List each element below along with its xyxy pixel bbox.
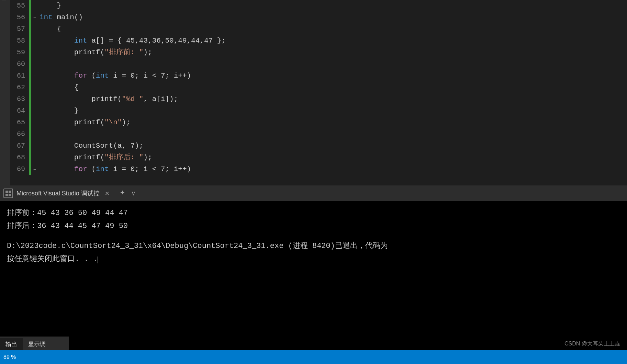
code-line: 65 printf("\n");	[10, 117, 627, 128]
debug-console: Microsoft Visual Studio 调试控 ✕ + ∨ 排序前：45…	[0, 185, 627, 364]
code-line: 59 printf("排序前: ");	[10, 47, 627, 58]
svg-rect-2	[5, 194, 8, 196]
collapse-icon[interactable]: −	[31, 70, 38, 82]
code-line: 64 }	[10, 105, 627, 117]
code-line: 56−int main()	[10, 12, 627, 23]
line-number: 69	[10, 163, 29, 175]
console-close-button[interactable]: ✕	[103, 189, 111, 197]
code-content: }	[38, 105, 627, 117]
line-gutter	[29, 117, 31, 128]
line-number: 64	[10, 105, 29, 117]
line-number: 63	[10, 93, 29, 105]
line-number: 68	[10, 152, 29, 163]
code-line: 67 CountSort(a, 7);	[10, 140, 627, 152]
bottom-tab[interactable]: 输出	[0, 338, 23, 350]
console-line: 按任意键关闭此窗口. . .	[7, 253, 620, 266]
code-content: printf("%d ", a[i]);	[38, 93, 627, 105]
svg-rect-0	[5, 191, 8, 193]
console-add-button[interactable]: +	[118, 189, 127, 197]
line-gutter	[29, 140, 31, 152]
line-number: 62	[10, 82, 29, 93]
line-number: 55	[10, 0, 29, 12]
line-number: 65	[10, 117, 29, 128]
code-content: for (int i = 0; i < 7; i++)	[38, 70, 627, 82]
zoom-level: 89 %	[3, 354, 16, 360]
line-gutter	[29, 47, 31, 58]
code-content: int a[] = { 45,43,36,50,49,44,47 };	[38, 35, 627, 47]
line-gutter	[29, 35, 31, 47]
console-line	[7, 233, 620, 240]
code-line: 55 }	[10, 0, 627, 12]
console-titlebar: Microsoft Visual Studio 调试控 ✕ + ∨	[0, 185, 627, 201]
code-content: int main()	[38, 12, 627, 23]
code-line: 62 {	[10, 82, 627, 93]
code-line: 58 int a[] = { 45,43,36,50,49,44,47 };	[10, 35, 627, 47]
line-number: 57	[10, 23, 29, 35]
line-number: 61	[10, 70, 29, 82]
code-line: 61− for (int i = 0; i < 7; i++)	[10, 70, 627, 82]
code-content: printf("排序后: ");	[38, 152, 627, 163]
line-gutter	[29, 152, 31, 163]
editor-area: 项 55 }56−int main()57 {58 int a[] = { 45…	[0, 0, 627, 185]
vs-icon	[3, 189, 13, 198]
console-line: D:\2023code.c\CountSort24_3_31\x64\Debug…	[7, 240, 620, 253]
console-dropdown-button[interactable]: ∨	[130, 190, 137, 197]
line-gutter	[29, 82, 31, 93]
line-gutter	[29, 128, 31, 140]
console-tab-title: Microsoft Visual Studio 调试控	[16, 189, 100, 197]
code-content: for (int i = 0; i < 7; i++)	[38, 163, 627, 175]
code-line: 68 printf("排序后: ");	[10, 152, 627, 163]
left-sidebar: 项	[0, 0, 10, 185]
line-gutter	[29, 105, 31, 117]
code-line: 57 {	[10, 23, 627, 35]
code-content: printf("\n");	[38, 117, 627, 128]
line-gutter	[29, 93, 31, 105]
line-number: 66	[10, 128, 29, 140]
code-content: {	[38, 82, 627, 93]
bottom-tabs: 输出显示调	[0, 337, 69, 350]
line-gutter	[29, 0, 31, 12]
code-content: {	[38, 23, 627, 35]
line-gutter	[29, 23, 31, 35]
watermark: CSDN @大耳朵土土垚	[564, 340, 620, 348]
svg-rect-3	[9, 194, 11, 196]
line-number: 56	[10, 12, 29, 23]
code-line: 69− for (int i = 0; i < 7; i++)	[10, 163, 627, 175]
line-number: 60	[10, 58, 29, 70]
line-number: 58	[10, 35, 29, 47]
code-container: 55 }56−int main()57 {58 int a[] = { 45,4…	[10, 0, 627, 185]
status-bar: 89 %	[0, 350, 627, 364]
console-output: 排序前：45 43 36 50 49 44 47排序后：36 43 44 45 …	[0, 201, 627, 364]
collapse-icon[interactable]: −	[31, 164, 38, 175]
collapse-icon[interactable]: −	[31, 12, 38, 24]
console-line: 排序后：36 43 44 45 47 49 50	[7, 220, 620, 233]
code-line: 60	[10, 58, 627, 70]
line-number: 59	[10, 47, 29, 58]
line-number: 67	[10, 140, 29, 152]
code-content: CountSort(a, 7);	[38, 140, 627, 152]
code-content: printf("排序前: ");	[38, 47, 627, 58]
code-content: }	[38, 0, 627, 12]
code-line: 66	[10, 128, 627, 140]
svg-rect-1	[9, 191, 11, 193]
code-line: 63 printf("%d ", a[i]);	[10, 93, 627, 105]
line-gutter	[29, 58, 31, 70]
console-line: 排序前：45 43 36 50 49 44 47	[7, 207, 620, 220]
bottom-tab[interactable]: 显示调	[23, 338, 51, 350]
